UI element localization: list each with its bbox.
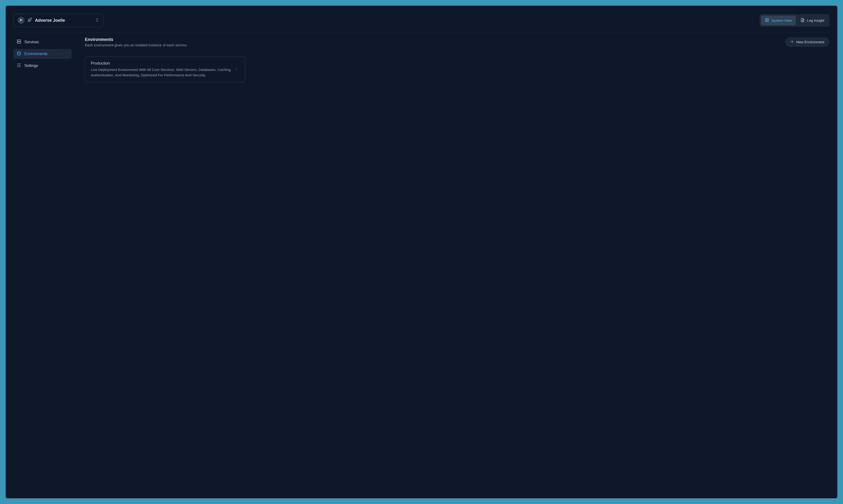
environment-name: Production	[91, 61, 234, 66]
tab-label: System View	[771, 18, 792, 22]
page-subtitle: Each environment gives you an isolated i…	[85, 43, 187, 47]
sidebar-item-environments[interactable]: Environments	[14, 49, 72, 59]
settings-icon	[17, 63, 21, 68]
dashboard-icon	[765, 18, 769, 23]
rocket-icon	[28, 18, 32, 23]
svg-point-7	[17, 52, 21, 53]
svg-point-19	[236, 68, 237, 68]
page-header: Environments Each environment gives you …	[85, 37, 829, 47]
more-vertical-icon	[234, 68, 238, 72]
server-cog-icon	[17, 39, 21, 45]
svg-rect-5	[17, 40, 21, 41]
top-bar: P Adverse Joelle	[14, 8, 829, 33]
tab-label: Log Insight	[807, 18, 824, 22]
content-area: Environments Each environment gives you …	[85, 37, 829, 82]
new-environment-button[interactable]: New Environment	[785, 37, 829, 47]
svg-rect-2	[767, 20, 769, 22]
button-label: New Environment	[796, 40, 824, 44]
svg-rect-0	[765, 18, 766, 20]
project-avatar: P	[18, 17, 24, 24]
svg-point-21	[236, 70, 237, 70]
svg-rect-6	[17, 42, 21, 43]
environment-actions-button[interactable]	[234, 65, 239, 74]
chevron-updown-icon	[95, 18, 99, 23]
app-container: P Adverse Joelle	[6, 6, 837, 498]
sidebar: Services Environments	[14, 37, 72, 82]
svg-point-20	[236, 69, 237, 69]
view-tabs: System View Log Insight	[759, 14, 829, 27]
project-avatar-letter: P	[20, 18, 22, 22]
svg-rect-1	[767, 18, 769, 19]
sidebar-item-label: Services	[24, 40, 39, 44]
sidebar-item-services[interactable]: Services	[14, 37, 72, 47]
svg-point-4	[802, 20, 803, 21]
tab-log-insight[interactable]: Log Insight	[797, 16, 828, 25]
project-name: Adverse Joelle	[35, 18, 92, 23]
page-header-text: Environments Each environment gives you …	[85, 37, 187, 47]
sidebar-item-label: Environments	[24, 52, 48, 56]
project-selector[interactable]: P Adverse Joelle	[14, 14, 103, 27]
sidebar-item-settings[interactable]: Settings	[14, 61, 72, 71]
database-icon	[17, 51, 21, 56]
main-content: Services Environments	[14, 33, 829, 82]
page-title: Environments	[85, 37, 187, 42]
plus-icon	[790, 40, 794, 44]
environment-card[interactable]: Production Live Deployment Environment W…	[85, 56, 245, 82]
tab-system-view[interactable]: System View	[761, 16, 795, 25]
sidebar-item-label: Settings	[24, 64, 38, 68]
environment-info: Production Live Deployment Environment W…	[91, 61, 234, 78]
environment-description: Live Deployment Environment With All Cor…	[91, 67, 234, 78]
file-search-icon	[801, 18, 805, 23]
svg-rect-3	[765, 21, 766, 22]
